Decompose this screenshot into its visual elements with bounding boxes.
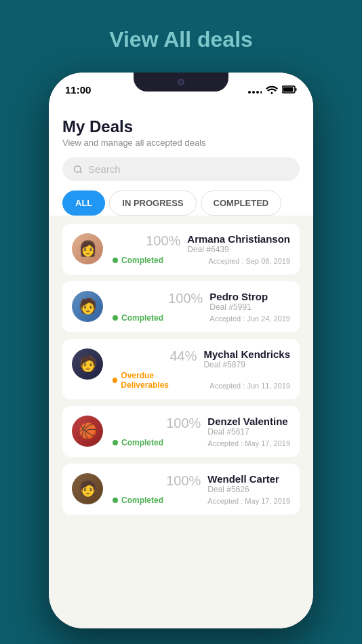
deal-avatar: 🧑 [72,473,103,504]
deal-status-row: Overdue Deliverables [113,371,197,390]
deal-accepted-date: Accepted : Jun 24, 2019 [209,315,290,323]
deal-card[interactable]: 🧑 Mychal Kendricks Deal #5879 44% Overdu… [62,339,300,399]
deal-percent: 44% [113,348,197,369]
battery-icon [282,85,297,94]
svg-line-8 [80,171,82,173]
status-dot [113,440,118,445]
signal-icon [248,85,262,94]
deal-accepted-date: Accepted : May 17, 2019 [207,497,290,505]
deal-status-row: Completed [113,496,201,505]
deal-card[interactable]: 🧑 Pedro Strop Deal #5991 100% Completed … [62,281,300,332]
deal-percent: 100% [113,416,201,437]
deal-info: Armana Christianson Deal #6439 [187,233,290,254]
deal-name: Wendell Carter [207,473,290,485]
notch-camera [178,79,184,85]
deal-accepted-date: Accepted : Jun 11, 2019 [203,382,290,390]
tab-completed[interactable]: COMPLETED [201,190,282,216]
status-dot [113,258,118,263]
deal-card[interactable]: 🏀 Denzel Valentine Deal #5617 100% Compl… [62,406,300,457]
deal-name: Pedro Strop [209,291,290,302]
deal-card[interactable]: 👩 Armana Christianson Deal #6439 100% Co… [62,224,300,275]
deal-number: Deal #6439 [187,245,290,254]
deal-number: Deal #5626 [207,485,290,494]
phone-frame: 11:00 [49,73,313,628]
svg-rect-5 [283,87,294,92]
deals-list: 👩 Armana Christianson Deal #6439 100% Co… [49,216,313,628]
status-label: Completed [121,313,163,323]
deal-status-row: Completed [113,256,180,265]
deal-status-row: Completed [113,438,201,447]
status-dot [113,378,117,383]
deal-number: Deal #5991 [209,302,290,312]
deal-info: Mychal Kendricks Deal #5879 [203,348,290,369]
status-time: 11:00 [65,84,91,96]
status-bar: 11:00 [49,73,313,106]
deal-accepted-date: Accepted : May 17, 2019 [207,439,290,447]
svg-point-3 [260,91,262,94]
status-label: Overdue Deliverables [121,371,197,390]
deal-info: Pedro Strop Deal #5991 [209,291,290,312]
search-placeholder: Search [88,163,121,175]
my-deals-subtitle: View and manage all accepted deals [62,138,300,148]
deal-avatar: 👩 [72,233,103,264]
status-dot [113,498,118,503]
deal-avatar: 🏀 [72,416,103,447]
deal-avatar: 🧑 [72,348,103,380]
status-label: Completed [121,256,163,265]
tabs-container: ALL IN PROGRESS COMPLETED [62,190,300,216]
deal-status-row: Completed [113,313,203,323]
search-icon [73,165,83,174]
deal-accepted-date: Accepted : Sep 08, 2019 [187,257,290,265]
phone-screen: 11:00 [49,73,313,628]
status-label: Completed [121,438,163,447]
deal-percent: 100% [113,233,180,254]
deal-number: Deal #5617 [207,427,290,437]
svg-point-1 [252,91,255,94]
page-title: View All deals [109,27,253,52]
deal-avatar: 🧑 [72,291,103,322]
tab-in-progress[interactable]: IN PROGRESS [109,190,196,216]
notch [134,73,228,92]
status-label: Completed [121,496,163,505]
content-header: My Deals View and manage all accepted de… [49,106,313,216]
svg-point-2 [256,91,259,94]
deal-info: Wendell Carter Deal #5626 [207,473,290,494]
tab-all[interactable]: ALL [62,190,105,216]
svg-point-7 [75,165,81,172]
status-dot [113,315,118,321]
deal-name: Armana Christianson [187,233,290,245]
my-deals-title: My Deals [62,117,300,136]
deal-name: Mychal Kendricks [203,348,290,360]
deal-number: Deal #5879 [203,360,290,369]
deal-percent: 100% [113,473,201,494]
deal-percent: 100% [113,291,203,312]
search-bar[interactable]: Search [62,157,300,181]
deal-name: Denzel Valentine [207,416,290,427]
status-icons [248,85,297,94]
wifi-icon [266,85,278,94]
svg-rect-6 [296,88,297,91]
deal-card[interactable]: 🧑 Wendell Carter Deal #5626 100% Complet… [62,464,300,515]
svg-point-0 [248,91,251,94]
deal-info: Denzel Valentine Deal #5617 [207,416,290,437]
